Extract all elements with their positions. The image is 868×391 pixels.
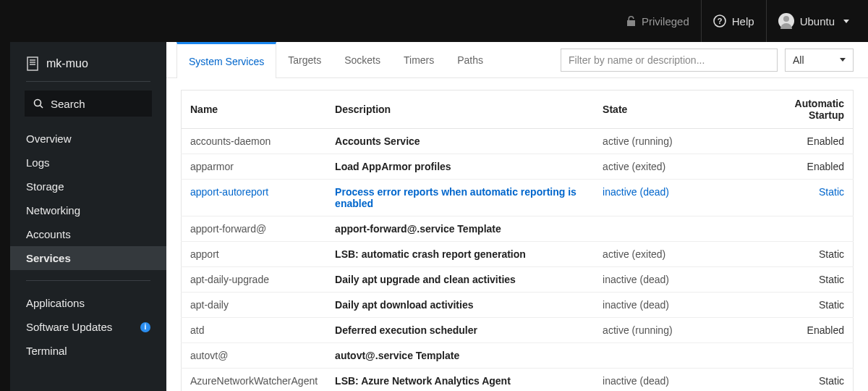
tab-targets[interactable]: Targets — [276, 42, 333, 77]
filter-select[interactable]: All — [785, 49, 854, 72]
service-state: inactive (dead) — [594, 180, 752, 216]
filter-select-label: All — [793, 54, 804, 66]
svg-line-7 — [41, 106, 43, 109]
service-description: Deferred execution scheduler — [326, 318, 594, 343]
table-row[interactable]: accounts-daemonAccounts Serviceactive (r… — [182, 129, 854, 154]
service-name: apparmor — [182, 154, 327, 180]
service-startup: Static — [752, 242, 854, 267]
sidebar-item-software-updates[interactable]: Software Updatesi — [10, 315, 166, 339]
table-row[interactable]: apt-daily-upgradeDaily apt upgrade and c… — [182, 267, 854, 293]
service-description: LSB: automatic crash report generation — [326, 242, 594, 267]
search-label: Search — [51, 98, 85, 110]
sidebar-item-storage[interactable]: Storage — [10, 175, 166, 198]
search-input[interactable]: Search — [25, 91, 152, 117]
table-row[interactable]: apportLSB: automatic crash report genera… — [182, 242, 854, 267]
service-description: autovt@.service Template — [326, 343, 594, 369]
service-name: atd — [182, 318, 327, 343]
table-row[interactable]: autovt@autovt@.service Template — [182, 343, 854, 369]
help-label: Help — [732, 15, 754, 28]
sidebar-item-overview[interactable]: Overview — [10, 127, 166, 151]
service-state: active (exited) — [594, 154, 752, 180]
filter-input[interactable] — [561, 49, 778, 72]
sidebar-item-label: Terminal — [26, 345, 67, 357]
service-state — [594, 343, 752, 369]
table-row[interactable]: apparmorLoad AppArmor profilesactive (ex… — [182, 154, 854, 180]
service-description: Load AppArmor profiles — [326, 154, 594, 180]
service-description: Daily apt download activities — [326, 293, 594, 318]
table-row[interactable]: apport-forward@apport-forward@.service T… — [182, 216, 854, 242]
privileged-indicator[interactable]: Privileged — [615, 0, 701, 42]
service-name: apport-autoreport — [182, 180, 327, 216]
service-name: apt-daily — [182, 293, 327, 318]
server-icon — [26, 56, 39, 71]
chevron-down-icon — [840, 58, 846, 62]
service-name: autovt@ — [182, 343, 327, 369]
sidebar-item-terminal[interactable]: Terminal — [10, 339, 166, 363]
sidebar-item-networking[interactable]: Networking — [10, 198, 166, 222]
service-state: active (exited) — [594, 242, 752, 267]
service-description: LSB: Azure Network Analytics Agent — [326, 369, 594, 392]
avatar — [778, 13, 794, 29]
service-state: active (running) — [594, 318, 752, 343]
th-startup[interactable]: Automatic Startup — [752, 91, 854, 129]
th-name[interactable]: Name — [182, 91, 327, 129]
service-startup — [752, 216, 854, 242]
host-name: mk-muo — [46, 57, 88, 70]
th-description[interactable]: Description — [326, 91, 594, 129]
sidebar-item-applications[interactable]: Applications — [10, 291, 166, 315]
service-name: apt-daily-upgrade — [182, 267, 327, 293]
table-row[interactable]: apport-autoreportProcess error reports w… — [182, 180, 854, 216]
service-startup: Static — [752, 293, 854, 318]
service-state: inactive (dead) — [594, 293, 752, 318]
service-state: active (running) — [594, 129, 752, 154]
service-state: inactive (dead) — [594, 369, 752, 392]
help-icon: ? — [713, 14, 726, 28]
service-startup: Enabled — [752, 154, 854, 180]
unlock-icon — [626, 16, 636, 27]
sidebar-item-accounts[interactable]: Accounts — [10, 222, 166, 246]
service-startup: Enabled — [752, 129, 854, 154]
username-label: Ubuntu — [800, 15, 835, 28]
th-state[interactable]: State — [594, 91, 752, 129]
toolbar: System ServicesTargetsSocketsTimersPaths… — [166, 42, 868, 78]
service-description: apport-forward@.service Template — [326, 216, 594, 242]
search-icon — [33, 98, 43, 109]
sidebar-item-services[interactable]: Services — [10, 246, 166, 270]
sidebar-item-logs[interactable]: Logs — [10, 151, 166, 175]
topbar: Privileged ? Help Ubuntu — [0, 0, 868, 42]
service-startup — [752, 343, 854, 369]
service-startup: Static — [752, 267, 854, 293]
service-startup: Enabled — [752, 318, 854, 343]
service-description: Daily apt upgrade and clean activities — [326, 267, 594, 293]
svg-point-6 — [35, 100, 41, 106]
tabs: System ServicesTargetsSocketsTimersPaths — [176, 42, 495, 77]
chevron-down-icon — [843, 20, 849, 23]
service-name: apport-forward@ — [182, 216, 327, 242]
service-name: apport — [182, 242, 327, 267]
service-name: AzureNetworkWatcherAgent — [182, 369, 327, 392]
service-startup: Static — [752, 180, 854, 216]
sidebar-item-label: Applications — [26, 297, 85, 309]
svg-rect-2 — [27, 57, 38, 70]
host-header[interactable]: mk-muo — [10, 56, 166, 81]
svg-text:?: ? — [717, 17, 722, 25]
services-table: Name Description State Automatic Startup… — [181, 90, 854, 391]
info-icon: i — [140, 322, 150, 332]
service-name: accounts-daemon — [182, 129, 327, 154]
table-row[interactable]: apt-dailyDaily apt download activitiesin… — [182, 293, 854, 318]
privileged-label: Privileged — [642, 15, 689, 28]
service-state: inactive (dead) — [594, 267, 752, 293]
tab-timers[interactable]: Timers — [392, 42, 446, 77]
tab-paths[interactable]: Paths — [446, 42, 495, 77]
tab-sockets[interactable]: Sockets — [333, 42, 392, 77]
service-state — [594, 216, 752, 242]
sidebar-item-label: Software Updates — [26, 321, 112, 333]
table-row[interactable]: AzureNetworkWatcherAgentLSB: Azure Netwo… — [182, 369, 854, 392]
table-row[interactable]: atdDeferred execution scheduleractive (r… — [182, 318, 854, 343]
user-menu[interactable]: Ubuntu — [767, 0, 861, 42]
service-description: Accounts Service — [326, 129, 594, 154]
help-button[interactable]: ? Help — [702, 0, 766, 42]
tab-system-services[interactable]: System Services — [176, 42, 276, 78]
service-startup: Static — [752, 369, 854, 392]
content: System ServicesTargetsSocketsTimersPaths… — [166, 42, 868, 391]
